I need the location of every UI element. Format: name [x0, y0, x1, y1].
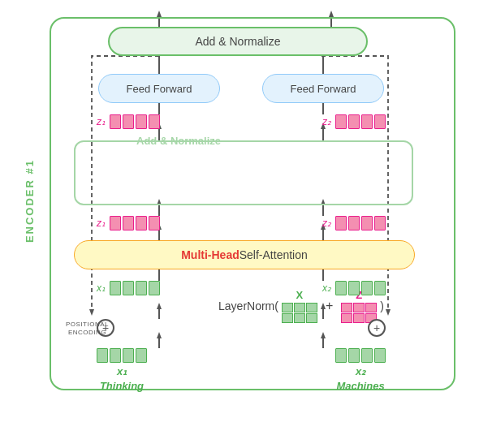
x1-group: x₁ Thinking — [97, 348, 147, 392]
close-paren: ) — [380, 299, 384, 312]
z1-block-3 — [136, 114, 147, 129]
z1-block-4 — [149, 114, 160, 129]
z2-block-3 — [361, 114, 373, 129]
word1-label: Thinking — [100, 380, 144, 392]
svg-marker-5 — [329, 11, 334, 17]
x2-block-2 — [348, 281, 360, 295]
x2-block-group: x₂ — [322, 281, 386, 295]
z2-block-1 — [335, 114, 347, 129]
z1-block-group-top: z₁ — [97, 114, 160, 129]
x-blocks-row: x₁ x₂ — [97, 281, 386, 295]
z2-block-2 — [348, 114, 360, 129]
feed-forward-right: Feed Forward — [262, 74, 384, 103]
z2-block-group-top: z₂ — [322, 114, 386, 129]
z2-label-bottom: z₂ — [322, 218, 331, 229]
encoder-label: ENCODER #1 — [24, 159, 36, 243]
z1-block-group-bottom: z₁ — [97, 216, 160, 230]
x1-block-3 — [136, 281, 147, 295]
x2-block-4 — [374, 281, 386, 295]
x2-block-3 — [361, 281, 373, 295]
z2-block-4 — [374, 114, 386, 129]
x1-subscript: x₁ — [117, 365, 127, 377]
x2-bot-b1 — [335, 348, 347, 363]
x2-bot-b2 — [348, 348, 360, 363]
z-grid-cell — [341, 303, 352, 312]
x1-block-group: x₁ — [97, 281, 160, 295]
layernorm-text: LayerNorm( — [218, 299, 278, 312]
z1b-block-3 — [136, 216, 147, 230]
z1-block-2 — [123, 114, 134, 129]
x1-bot-b4 — [136, 348, 147, 363]
multihead-attention-box: Multi-Head Self-Attention — [74, 240, 415, 269]
add-normalize-inner-box: LayerNorm( X + Z — [74, 140, 413, 205]
plus-circle-right: + — [368, 319, 386, 337]
z1b-block-2 — [123, 216, 134, 230]
x2-subscript: x₂ — [356, 365, 365, 377]
x1-block-2 — [123, 281, 134, 295]
z2b-block-2 — [348, 216, 360, 230]
x1-label-row: x₁ — [97, 282, 106, 294]
x-grid-cell — [294, 303, 305, 312]
z-grid-cell — [365, 303, 377, 312]
x1-bot-b2 — [110, 348, 121, 363]
z2-block-group-bottom: z₂ — [322, 216, 386, 230]
x1-block-1 — [110, 281, 121, 295]
x2-label-row: x₂ — [322, 282, 331, 294]
add-normalize-top: Add & Normalize — [108, 27, 368, 56]
diagram-container: ENCODER #1 Add & Normalize Feed Forward … — [19, 9, 473, 439]
x-grid-cell — [282, 303, 293, 312]
x-grid-cell — [306, 303, 317, 312]
x-bottom-row: x₁ Thinking x₂ Machines — [97, 348, 386, 392]
plus-sign: + — [326, 299, 333, 313]
x1-bot-b1 — [97, 348, 108, 363]
multihead-label-rest: Self-Attention — [240, 248, 308, 261]
x2-group: x₂ Machines — [335, 348, 386, 392]
x1-block-4 — [149, 281, 160, 295]
z1b-block-4 — [149, 216, 160, 230]
z2b-block-4 — [374, 216, 386, 230]
x2-block-1 — [335, 281, 347, 295]
feed-forward-left: Feed Forward — [98, 74, 220, 103]
x1-bot-b3 — [123, 348, 134, 363]
z2b-block-1 — [335, 216, 347, 230]
x2-bottom-blocks — [335, 348, 386, 363]
z1-label-top: z₁ — [97, 116, 106, 127]
z-blocks-row-bottom: z₁ z₂ — [97, 216, 386, 230]
multihead-label-red: Multi-Head — [181, 248, 240, 261]
plus-circles-row: + + — [97, 319, 386, 337]
z1-block-1 — [110, 114, 121, 129]
z2-label-top: z₂ — [322, 116, 331, 127]
svg-marker-3 — [157, 11, 162, 17]
z-blocks-row-top: z₁ z₂ — [97, 114, 386, 129]
z1b-block-1 — [110, 216, 121, 230]
x2-bot-b4 — [374, 348, 386, 363]
x2-bot-b3 — [361, 348, 373, 363]
z-grid-cell — [353, 303, 365, 312]
word2-label: Machines — [336, 380, 384, 392]
positional-encoding-label: POSITIONAL ENCODING — [66, 321, 109, 338]
z2b-block-3 — [361, 216, 373, 230]
z1-label-bottom: z₁ — [97, 218, 106, 229]
x1-bottom-blocks — [97, 348, 147, 363]
